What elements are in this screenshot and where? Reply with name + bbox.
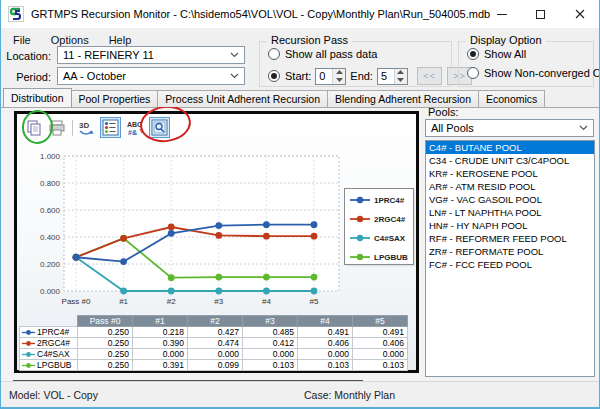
table-corner-cell bbox=[20, 316, 78, 327]
prev-pass-button[interactable]: << bbox=[417, 67, 442, 85]
series-marker-icon bbox=[22, 362, 35, 369]
title-bar: GRTMPS Recursion Monitor - C:\hsidemo54\… bbox=[1, 0, 599, 28]
x-tick-label: #5 bbox=[310, 297, 319, 306]
start-spin-up[interactable] bbox=[333, 69, 345, 77]
maximize-button[interactable] bbox=[521, 0, 560, 28]
app-icon bbox=[8, 6, 24, 22]
y-tick-label: 0.200 bbox=[40, 260, 61, 269]
location-combo[interactable]: 11 - REFINERY 11 bbox=[57, 46, 245, 64]
zoom-toggle-button[interactable] bbox=[149, 117, 170, 138]
non-converged-label: Show Non-converged Only bbox=[484, 67, 600, 79]
table-column-header: #1 bbox=[133, 316, 188, 327]
y-tick-label: 0.400 bbox=[40, 233, 61, 242]
close-button[interactable] bbox=[560, 0, 599, 28]
copy-report-icon[interactable] bbox=[25, 119, 43, 137]
value-cell: 0.406 bbox=[298, 338, 353, 349]
tab-distribution[interactable]: Distribution bbox=[3, 88, 72, 107]
x-tick-label: Pass #0 bbox=[62, 297, 91, 306]
y-tick-label: 0.000 bbox=[40, 287, 61, 296]
axis-labels-icon[interactable]: ABC #& bbox=[126, 119, 144, 137]
value-cell: 0.218 bbox=[133, 327, 188, 338]
tab-strip: DistributionPool PropertiesProcess Unit … bbox=[4, 88, 545, 107]
pool-item[interactable]: RF# - REFORMER FEED POOL bbox=[426, 232, 594, 245]
start-spin-down[interactable] bbox=[333, 76, 345, 84]
table-column-header: #2 bbox=[188, 316, 243, 327]
end-spin-up[interactable] bbox=[395, 69, 407, 77]
legend-toggle-button[interactable] bbox=[100, 117, 121, 138]
pools-listbox: C4# - BUTANE POOLC34 - CRUDE UNIT C3/C4P… bbox=[425, 140, 595, 377]
pool-item[interactable]: ZR# - REFORMATE POOL bbox=[426, 245, 594, 258]
app-window: GRTMPS Recursion Monitor - C:\hsidemo54\… bbox=[0, 0, 600, 409]
recursion-pass-group: Recursion Pass Show all pass data Start:… bbox=[259, 41, 452, 87]
pool-item[interactable]: VG# - VAC GASOIL POOL bbox=[426, 193, 594, 206]
start-end-radio[interactable] bbox=[268, 70, 280, 82]
start-value[interactable]: 0 bbox=[316, 69, 332, 84]
pool-item[interactable]: C34 - CRUDE UNIT C3/C4POOL bbox=[426, 154, 594, 167]
menu-file[interactable]: File bbox=[3, 30, 41, 50]
pool-item[interactable]: FC# - FCC FEED POOL bbox=[426, 258, 594, 271]
non-converged-radio[interactable] bbox=[467, 67, 479, 79]
value-cell: 0.103 bbox=[298, 360, 353, 371]
value-cell: 0.427 bbox=[188, 327, 243, 338]
minimize-icon bbox=[497, 14, 507, 15]
pool-item[interactable]: AR# - ATM RESID POOL bbox=[426, 180, 594, 193]
end-spinner[interactable]: 5 bbox=[377, 68, 408, 85]
value-cell: 0.250 bbox=[78, 327, 133, 338]
show-all-label: Show All bbox=[484, 48, 526, 60]
value-cell: 0.406 bbox=[353, 338, 408, 349]
tab-pool-properties[interactable]: Pool Properties bbox=[71, 90, 159, 107]
arrow-down-icon bbox=[397, 78, 404, 82]
table-column-header: #5 bbox=[353, 316, 408, 327]
y-tick-label: 0.800 bbox=[40, 179, 61, 188]
rotate-3d-icon[interactable]: 3D bbox=[77, 119, 95, 137]
tab-economics[interactable]: Economics bbox=[478, 90, 545, 107]
window-title: GRTMPS Recursion Monitor - C:\hsidemo54\… bbox=[31, 8, 490, 20]
chevron-down-icon bbox=[230, 52, 239, 58]
legend-icon bbox=[102, 119, 119, 136]
tab-process-unit-adherent-recursion[interactable]: Process Unit Adherent Recursion bbox=[157, 90, 328, 107]
value-cell: 0.391 bbox=[133, 360, 188, 371]
period-label: Period: bbox=[1, 71, 51, 83]
tab-blending-adherent-recursion[interactable]: Blending Adherent Recursion bbox=[327, 90, 479, 107]
value-cell: 0.000 bbox=[133, 349, 188, 360]
value-cell: 0.099 bbox=[188, 360, 243, 371]
svg-text:#&: #& bbox=[128, 129, 137, 136]
end-value[interactable]: 5 bbox=[378, 69, 394, 84]
value-cell: 0.000 bbox=[188, 349, 243, 360]
chart-panel: 3D ABC #& bbox=[14, 111, 419, 373]
series-label-cell: 1PRC4# bbox=[20, 327, 78, 338]
pools-filter-combo[interactable]: All Pools bbox=[425, 119, 594, 137]
series-marker-icon bbox=[22, 329, 35, 336]
pool-item[interactable]: KR# - KEROSENE POOL bbox=[426, 167, 594, 180]
show-all-radio[interactable] bbox=[467, 48, 479, 60]
value-cell: 0.491 bbox=[298, 327, 353, 338]
end-spin-down[interactable] bbox=[395, 76, 407, 84]
pools-label: Pools: bbox=[428, 106, 459, 118]
show-all-pass-radio[interactable] bbox=[268, 48, 280, 60]
series-label-cell: 2RGC4# bbox=[20, 338, 78, 349]
x-tick-label: #3 bbox=[214, 297, 223, 306]
close-icon bbox=[575, 9, 585, 19]
series-marker-icon bbox=[22, 340, 35, 347]
svg-text:ABC: ABC bbox=[127, 121, 142, 128]
toolbar-separator bbox=[72, 120, 73, 136]
minimize-button[interactable] bbox=[482, 0, 521, 28]
x-tick-label: #1 bbox=[119, 297, 128, 306]
pass-values-table: Pass #0#1#2#3#4#51PRC4#0.2500.2180.4270.… bbox=[19, 315, 408, 371]
table-row: 1PRC4#0.2500.2180.4270.4850.4910.491 bbox=[20, 327, 408, 338]
period-combo[interactable]: AA - October bbox=[57, 67, 245, 85]
pool-item[interactable]: C4# - BUTANE POOL bbox=[426, 141, 594, 154]
pool-item[interactable]: LN# - LT NAPHTHA POOL bbox=[426, 206, 594, 219]
value-cell: 0.000 bbox=[298, 349, 353, 360]
value-cell: 0.103 bbox=[243, 360, 298, 371]
value-cell: 0.103 bbox=[353, 360, 408, 371]
status-bar: Model: VOL - Copy Case: Monthly Plan bbox=[1, 381, 599, 407]
start-label: Start: bbox=[285, 70, 311, 82]
value-cell: 0.000 bbox=[243, 349, 298, 360]
start-spinner[interactable]: 0 bbox=[315, 68, 346, 85]
table-column-header: #3 bbox=[243, 316, 298, 327]
table-row: 2RGC4#0.2500.3900.4740.4120.4060.406 bbox=[20, 338, 408, 349]
legend-label: 2RGC4# bbox=[374, 215, 406, 224]
print-icon[interactable] bbox=[48, 119, 66, 137]
pool-item[interactable]: HN# - HY NAPH POOL bbox=[426, 219, 594, 232]
